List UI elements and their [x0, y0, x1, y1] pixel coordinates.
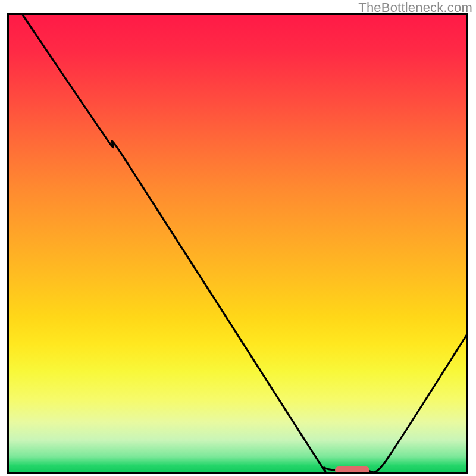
chart-frame: [7, 13, 468, 474]
chart-line-layer: [9, 15, 466, 472]
optimal-range-marker: [335, 466, 369, 474]
bottleneck-curve: [23, 15, 466, 472]
